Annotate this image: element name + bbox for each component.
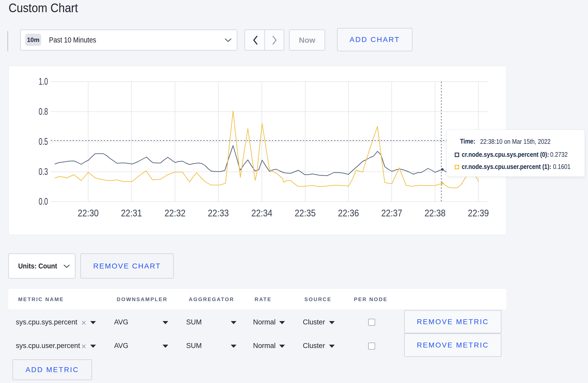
- svg-text:22:37: 22:37: [381, 208, 402, 218]
- svg-text:0.8: 0.8: [39, 106, 48, 117]
- svg-text:22:35: 22:35: [295, 208, 316, 218]
- svg-text:22:39: 22:39: [468, 208, 489, 218]
- svg-text:0.0: 0.0: [39, 196, 48, 207]
- svg-text:22:30: 22:30: [78, 208, 99, 218]
- svg-text:22:32: 22:32: [165, 208, 186, 218]
- svg-text:22:38: 22:38: [425, 208, 446, 218]
- svg-text:1.0: 1.0: [39, 76, 48, 87]
- svg-text:22:33: 22:33: [208, 208, 229, 218]
- svg-text:22:31: 22:31: [121, 208, 142, 218]
- svg-text:22:36: 22:36: [338, 208, 359, 218]
- svg-text:22:34: 22:34: [251, 208, 272, 218]
- svg-text:0.3: 0.3: [39, 166, 48, 177]
- svg-text:0.5: 0.5: [39, 136, 48, 147]
